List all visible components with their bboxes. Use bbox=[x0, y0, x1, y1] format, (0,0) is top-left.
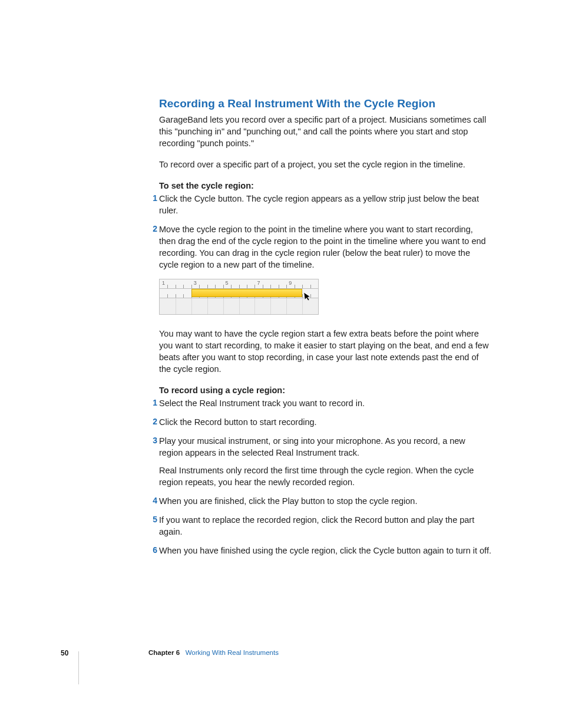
footer-rule bbox=[78, 651, 79, 684]
lead-paragraph: To record over a specific part of a proj… bbox=[159, 159, 491, 170]
record-cycle-steps: Select the Real Instrument track you wan… bbox=[159, 397, 491, 556]
step-item: Move the cycle region to the point in th… bbox=[159, 223, 491, 271]
ruler-number: 9 bbox=[289, 280, 292, 286]
step-item: When you have finished using the cycle r… bbox=[159, 545, 491, 556]
page: Recording a Real Instrument With the Cyc… bbox=[0, 0, 562, 728]
track-lane bbox=[160, 298, 318, 314]
ruler-number: 7 bbox=[257, 280, 260, 286]
step-item: Select the Real Instrument track you wan… bbox=[159, 397, 491, 409]
procedure-heading-set: To set the cycle region: bbox=[159, 180, 491, 192]
chapter-title: Working With Real Instruments bbox=[186, 649, 279, 656]
ruler-number: 3 bbox=[194, 280, 197, 286]
chapter-label: Chapter 6 bbox=[148, 649, 180, 656]
step-item: When you are finished, click the Play bu… bbox=[159, 495, 491, 507]
intro-paragraph: GarageBand lets you record over a specif… bbox=[159, 114, 491, 149]
step-item: If you want to replace the recorded regi… bbox=[159, 514, 491, 538]
ruler-number: 5 bbox=[226, 280, 229, 286]
step-item: Play your musical instrument, or sing in… bbox=[159, 435, 491, 488]
chapter-reference: Chapter 6 Working With Real Instruments bbox=[148, 649, 279, 656]
ruler-number: 1 bbox=[162, 280, 165, 286]
section-heading: Recording a Real Instrument With the Cyc… bbox=[159, 97, 491, 110]
set-cycle-steps: Click the Cycle button. The cycle region… bbox=[159, 193, 491, 271]
step-item: Click the Cycle button. The cycle region… bbox=[159, 193, 491, 216]
page-footer: 50 Chapter 6 Working With Real Instrumen… bbox=[0, 651, 562, 671]
page-number: 50 bbox=[61, 649, 68, 657]
step-item: Click the Record button to start recordi… bbox=[159, 416, 491, 428]
step-follow: Real Instruments only record the first t… bbox=[159, 465, 491, 488]
cycle-region-figure: 13579 bbox=[159, 279, 491, 315]
tip-paragraph: You may want to have the cycle region st… bbox=[159, 328, 491, 375]
beat-ruler: 13579 bbox=[160, 279, 318, 289]
cycle-ruler bbox=[160, 289, 318, 298]
cycle-region-strip[interactable] bbox=[191, 289, 302, 297]
procedure-heading-record: To record using a cycle region: bbox=[159, 384, 491, 396]
timeline-ruler: 13579 bbox=[159, 279, 319, 315]
